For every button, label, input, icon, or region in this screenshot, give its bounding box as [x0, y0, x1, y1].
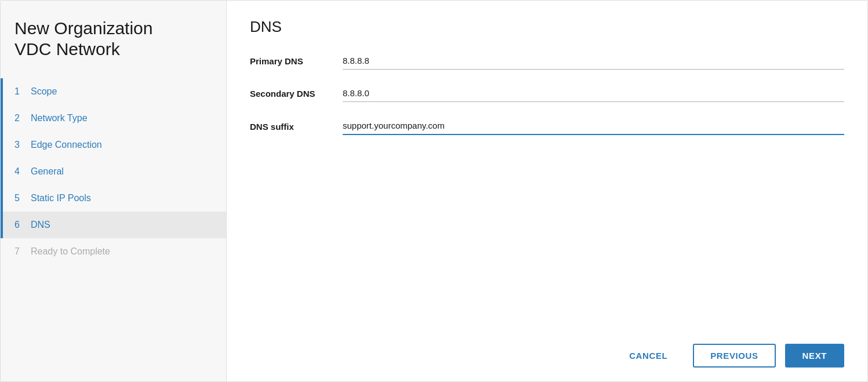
step-list: 1Scope2Network Type3Edge Connection4Gene…	[1, 78, 226, 265]
sidebar-step-3[interactable]: 3Edge Connection	[1, 132, 226, 158]
sidebar-step-4[interactable]: 4General	[1, 158, 226, 185]
dns-suffix-row: DNS suffix	[250, 118, 844, 135]
previous-button[interactable]: PREVIOUS	[693, 344, 775, 368]
dns-suffix-input-wrap	[343, 118, 844, 135]
step-label-5: Static IP Pools	[31, 193, 91, 203]
secondary-dns-label: Secondary DNS	[250, 89, 343, 102]
step-label-2: Network Type	[31, 113, 88, 123]
sidebar-step-5[interactable]: 5Static IP Pools	[1, 185, 226, 212]
step-number-5: 5	[14, 193, 26, 203]
step-number-1: 1	[14, 86, 26, 97]
secondary-dns-row: Secondary DNS	[250, 86, 844, 102]
step-label-3: Edge Connection	[31, 140, 102, 150]
dns-suffix-input[interactable]	[343, 118, 844, 135]
footer-buttons: CANCEL PREVIOUS NEXT	[250, 332, 844, 381]
step-number-2: 2	[14, 113, 26, 123]
wizard-container: New Organization VDC Network 1Scope2Netw…	[0, 0, 868, 382]
step-number-6: 6	[14, 220, 26, 230]
step-label-7: Ready to Complete	[31, 246, 110, 257]
step-number-3: 3	[14, 140, 26, 150]
dns-form: Primary DNS Secondary DNS DNS suffix	[250, 53, 844, 332]
dns-suffix-label: DNS suffix	[250, 122, 343, 135]
sidebar-step-7: 7Ready to Complete	[1, 238, 226, 265]
step-label-6: DNS	[31, 220, 50, 230]
cancel-button[interactable]: CANCEL	[613, 345, 684, 366]
secondary-dns-input-wrap	[343, 86, 844, 102]
step-number-4: 4	[14, 166, 26, 177]
primary-dns-label: Primary DNS	[250, 56, 343, 70]
step-label-1: Scope	[31, 86, 57, 97]
secondary-dns-input[interactable]	[343, 86, 844, 102]
primary-dns-input-wrap	[343, 53, 844, 70]
next-button[interactable]: NEXT	[785, 344, 844, 368]
sidebar-step-1[interactable]: 1Scope	[1, 78, 226, 105]
primary-dns-input[interactable]	[343, 53, 844, 70]
primary-dns-row: Primary DNS	[250, 53, 844, 70]
sidebar: New Organization VDC Network 1Scope2Netw…	[1, 1, 227, 381]
step-label-4: General	[31, 166, 64, 177]
step-number-7: 7	[14, 246, 26, 257]
main-content: DNS Primary DNS Secondary DNS DNS suffix	[227, 1, 867, 381]
wizard-title: New Organization VDC Network	[1, 18, 226, 78]
section-title: DNS	[250, 18, 844, 36]
sidebar-step-2[interactable]: 2Network Type	[1, 105, 226, 132]
sidebar-step-6[interactable]: 6DNS	[1, 212, 226, 238]
